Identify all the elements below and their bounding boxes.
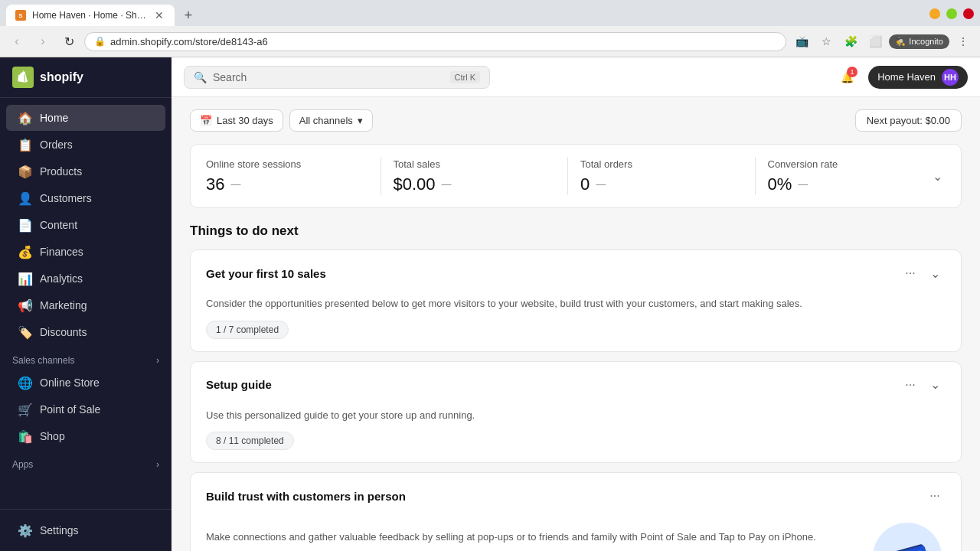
sidebar-item-finances[interactable]: 💰 Finances [6, 239, 165, 265]
task-card-build-trust-body: Make connections and gather valuable fee… [191, 519, 961, 551]
stat-sales-label: Total sales [394, 158, 556, 170]
stat-orders-label: Total orders [580, 158, 743, 170]
extensions-button[interactable]: 🧩 [840, 31, 861, 52]
search-placeholder: Search [213, 71, 247, 83]
sidebar-item-analytics[interactable]: 📊 Analytics [6, 266, 165, 292]
task-card-build-trust-content: Make connections and gather valuable fee… [206, 530, 854, 551]
channel-filter[interactable]: All channels ▾ [289, 109, 373, 132]
task-card-setup-guide-desc: Use this personalized guide to get your … [206, 408, 946, 423]
shopify-logo-icon [12, 67, 34, 88]
address-bar[interactable]: 🔒 admin.shopify.com/store/de8143-a6 [84, 32, 786, 51]
stat-conversion: Conversion rate 0% — [768, 158, 930, 194]
task-card-setup-guide-body: Use this personalized guide to get your … [191, 408, 961, 463]
task-card-setup-guide-header: Setup guide ··· ⌄ [191, 362, 961, 408]
cast-button[interactable]: 📺 [791, 31, 812, 52]
sidebar-item-label: Marketing [40, 299, 87, 311]
minimize-button[interactable] [929, 8, 940, 19]
section-title: Things to do next [190, 223, 962, 239]
discounts-icon: 🏷️ [18, 325, 32, 339]
finances-icon: 💰 [18, 245, 32, 259]
stat-conversion-change: — [798, 178, 808, 190]
task-card-first-sales-desc: Consider the opportunities presented bel… [206, 296, 946, 311]
stats-expand-button[interactable]: ⌄ [929, 166, 946, 187]
stat-sessions-change: — [230, 178, 240, 190]
task-card-first-sales-title: Get your first 10 sales [206, 267, 326, 280]
shopify-logo: shopify [12, 67, 83, 88]
store-avatar: HH [942, 69, 959, 86]
sidebar-item-settings[interactable]: ⚙️ Settings [12, 519, 159, 542]
marketing-icon: 📢 [18, 298, 32, 312]
maximize-button[interactable] [946, 8, 957, 19]
store-badge[interactable]: Home Haven HH [868, 66, 968, 89]
main-content: 🔍 Search Ctrl K 🔔 1 Home Haven HH [172, 57, 980, 551]
sidebar-item-online-store[interactable]: 🌐 Online Store [6, 370, 165, 396]
task-trust-more-button[interactable]: ··· [924, 485, 946, 507]
sidebar-item-point-of-sale[interactable]: 🛒 Point of Sale [6, 396, 165, 422]
notification-button[interactable]: 🔔 1 [835, 65, 859, 90]
app-layout: shopify 🏠 Home 📋 Orders 📦 Products 👤 Cus… [0, 57, 980, 551]
sidebar-item-shop[interactable]: 🛍️ Shop [6, 423, 165, 449]
back-button[interactable]: ‹ [6, 31, 28, 52]
orders-icon: 📋 [18, 138, 32, 152]
admin-header: 🔍 Search Ctrl K 🔔 1 Home Haven HH [172, 57, 980, 97]
date-range-filter[interactable]: 📅 Last 30 days [190, 109, 283, 132]
sidebar-item-label: Customers [40, 192, 92, 204]
task-card-first-sales: Get your first 10 sales ··· ⌄ Consider t… [190, 249, 962, 352]
task-card-first-sales-actions: ··· ⌄ [900, 262, 946, 284]
online-store-icon: 🌐 [18, 376, 32, 390]
store-name: Home Haven [877, 71, 936, 83]
task-card-first-sales-header: Get your first 10 sales ··· ⌄ [191, 250, 961, 296]
incognito-badge: 🕵️ Incognito [889, 34, 949, 49]
sidebar-item-label: Content [40, 219, 77, 231]
split-button[interactable]: ⬜ [864, 31, 886, 52]
reload-button[interactable]: ↻ [58, 31, 80, 52]
task-setup-collapse-button[interactable]: ⌄ [924, 374, 946, 396]
sidebar-item-discounts[interactable]: 🏷️ Discounts [6, 319, 165, 345]
pos-illustration [858, 523, 942, 551]
task-card-build-trust-actions: ··· [924, 485, 946, 507]
sidebar-item-marketing[interactable]: 📢 Marketing [6, 292, 165, 318]
close-button[interactable] [963, 8, 974, 19]
sidebar-item-products[interactable]: 📦 Products [6, 158, 165, 184]
apps-header[interactable]: Apps › [0, 450, 172, 473]
sidebar-item-orders[interactable]: 📋 Orders [6, 132, 165, 158]
new-tab-button[interactable]: + [178, 5, 199, 26]
point-of-sale-icon: 🛒 [18, 403, 32, 416]
setup-progress-badge: 8 / 11 completed [206, 432, 294, 450]
sidebar-item-customers[interactable]: 👤 Customers [6, 185, 165, 211]
task-card-build-trust: Build trust with customers in person ···… [190, 472, 962, 551]
task-setup-more-button[interactable]: ··· [900, 374, 921, 396]
sidebar-item-home[interactable]: 🏠 Home [6, 105, 165, 131]
browser-chrome: S Home Haven · Home · Shopify ✕ + ‹ › ↻ … [0, 0, 980, 57]
task-card-setup-guide-title: Setup guide [206, 378, 272, 391]
sidebar-item-label: Analytics [40, 272, 83, 285]
sidebar-item-content[interactable]: 📄 Content [6, 212, 165, 238]
calendar-icon: 📅 [200, 115, 212, 126]
tab-close-button[interactable]: ✕ [153, 9, 165, 21]
task-collapse-button[interactable]: ⌄ [924, 262, 946, 284]
search-icon: 🔍 [194, 71, 207, 83]
search-shortcut: Ctrl K [450, 71, 481, 83]
task-card-build-trust-image [854, 519, 946, 551]
next-payout: Next payout: $0.00 [855, 109, 962, 132]
sidebar-nav: 🏠 Home 📋 Orders 📦 Products 👤 Customers 📄… [0, 98, 172, 509]
settings-icon: ⚙️ [18, 523, 32, 537]
products-icon: 📦 [18, 165, 32, 178]
date-range-label: Last 30 days [217, 115, 273, 126]
sidebar-item-label: Home [40, 112, 68, 124]
task-more-button[interactable]: ··· [900, 262, 921, 284]
bookmark-button[interactable]: ☆ [815, 31, 837, 52]
settings-label: Settings [40, 524, 79, 536]
tab-favicon: S [15, 10, 26, 21]
task-card-first-sales-body: Consider the opportunities presented bel… [191, 296, 961, 351]
browser-actions: 📺 ☆ 🧩 ⬜ 🕵️ Incognito ⋮ [791, 31, 974, 52]
sidebar-item-label: Point of Sale [40, 403, 100, 416]
chevron-down-icon: ▾ [358, 115, 363, 126]
active-browser-tab[interactable]: S Home Haven · Home · Shopify ✕ [6, 5, 175, 26]
search-bar[interactable]: 🔍 Search Ctrl K [184, 66, 490, 89]
forward-button[interactable]: › [32, 31, 54, 52]
menu-button[interactable]: ⋮ [952, 31, 974, 52]
stat-conversion-label: Conversion rate [768, 158, 930, 170]
sales-channels-header[interactable]: Sales channels › [0, 346, 172, 369]
stat-sales-change: — [442, 178, 452, 190]
